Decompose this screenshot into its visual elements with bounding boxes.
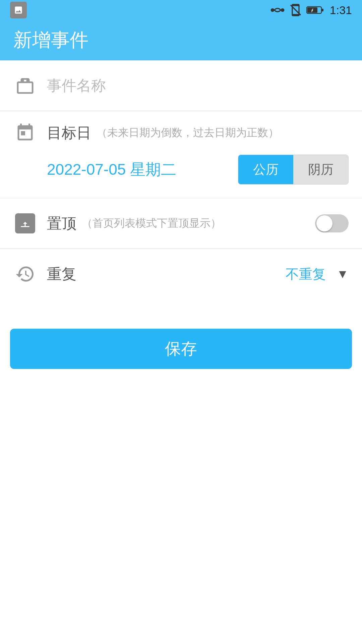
svg-point-0 <box>270 8 274 12</box>
svg-rect-5 <box>307 7 317 13</box>
target-date-sublabel: （未来日期为倒数，过去日期为正数） <box>97 125 279 140</box>
pin-icon-container <box>13 212 37 235</box>
date-value[interactable]: 2022-07-05 星期二 <box>47 159 176 180</box>
status-bar-left <box>10 2 27 18</box>
svg-rect-4 <box>321 9 323 11</box>
pin-row-content: 置顶 （首页列表模式下置顶显示） <box>47 214 315 233</box>
target-date-label: 目标日 <box>47 123 91 143</box>
status-bar: 1:31 <box>0 0 362 20</box>
save-button-container: 保存 <box>10 329 352 369</box>
briefcase-icon-container <box>13 74 37 97</box>
history-icon <box>15 264 35 284</box>
content: 目标日 （未来日期为倒数，过去日期为正数） 2022-07-05 星期二 公历 … <box>0 60 362 299</box>
pin-label: 置顶 <box>47 214 76 233</box>
app-bar: 新增事件 <box>0 20 362 60</box>
date-row-top: 目标日 （未来日期为倒数，过去日期为正数） <box>13 121 349 145</box>
briefcase-icon <box>15 76 35 95</box>
photo-icon <box>10 2 27 18</box>
gregorian-calendar-button[interactable]: 公历 <box>238 155 293 184</box>
connectivity-icon <box>270 5 285 15</box>
svg-point-1 <box>281 8 284 12</box>
calendar-icon-container <box>13 121 37 145</box>
repeat-right[interactable]: 不重复 ▼ <box>286 265 349 283</box>
event-name-input[interactable] <box>47 77 349 94</box>
repeat-label: 重复 <box>47 264 76 284</box>
save-button[interactable]: 保存 <box>10 329 352 369</box>
lunar-calendar-button[interactable]: 阴历 <box>293 155 348 184</box>
date-section: 目标日 （未来日期为倒数，过去日期为正数） 2022-07-05 星期二 公历 … <box>0 111 362 198</box>
date-display-row: 2022-07-05 星期二 公历 阴历 <box>13 155 349 184</box>
dropdown-arrow-icon[interactable]: ▼ <box>337 267 349 281</box>
status-time: 1:31 <box>330 4 352 17</box>
repeat-value[interactable]: 不重复 <box>286 265 326 283</box>
calendar-icon <box>15 123 35 143</box>
pin-row: 置顶 （首页列表模式下置顶显示） <box>0 198 362 249</box>
app-bar-title: 新增事件 <box>13 28 88 53</box>
repeat-row: 重复 不重复 ▼ <box>0 249 362 299</box>
calendar-toggle: 公历 阴历 <box>238 155 349 184</box>
battery-icon <box>306 5 324 15</box>
history-icon-container <box>13 262 37 286</box>
event-name-row <box>0 60 362 111</box>
no-cell-icon <box>289 3 302 17</box>
pin-sublabel: （首页列表模式下置顶显示） <box>82 216 221 231</box>
pin-toggle[interactable] <box>315 214 349 232</box>
upload-icon <box>15 213 35 233</box>
status-icons <box>270 3 324 17</box>
toggle-knob <box>316 215 333 231</box>
